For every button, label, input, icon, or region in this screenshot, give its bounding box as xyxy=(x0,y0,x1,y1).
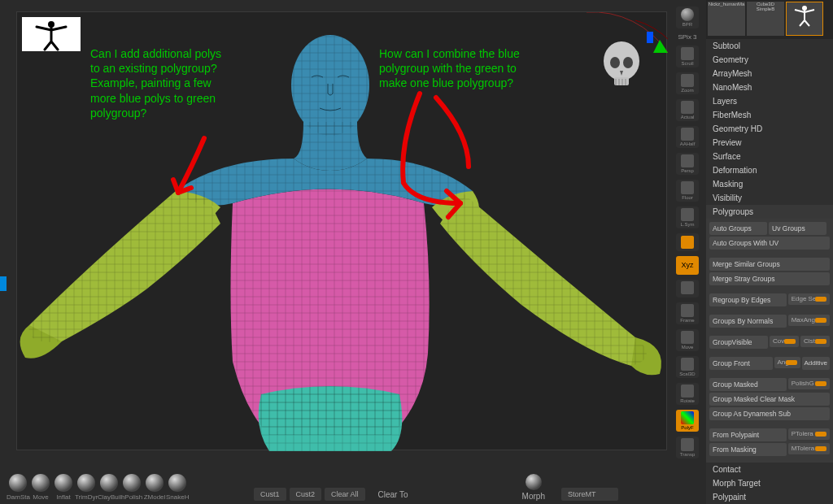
merge-similar-button[interactable]: Merge Similar Groups xyxy=(709,258,830,271)
viewport[interactable]: Can I add additional polys to an existin… xyxy=(16,11,667,450)
menu-layers[interactable]: Layers xyxy=(706,94,833,108)
menu-polygroups[interactable]: Polygroups xyxy=(706,205,833,219)
angle-slider[interactable]: Angle xyxy=(774,357,800,368)
vtool-actual[interactable]: Actual xyxy=(676,99,699,121)
nav-orientation-skull[interactable] xyxy=(593,37,650,93)
cust2-button[interactable]: Cust2 xyxy=(290,488,322,501)
morph-button[interactable]: Morph xyxy=(522,474,545,501)
menu-arraymesh[interactable]: ArrayMesh xyxy=(706,67,833,80)
vtool-move[interactable]: Move xyxy=(676,329,699,351)
thumb-1[interactable]: Nickz_humanMa xyxy=(708,2,745,36)
annotation-text-1: Can I add additional polys to an existin… xyxy=(90,46,221,120)
menu-geometryhd[interactable]: Geometry HD xyxy=(706,122,833,136)
group-masked-button[interactable]: Group Masked xyxy=(709,378,787,391)
vtool-lsym[interactable]: L.Sym xyxy=(676,206,699,228)
groups-normals-button[interactable]: Groups By Normals xyxy=(709,315,787,328)
menu-surface[interactable]: Surface xyxy=(706,150,833,163)
annotation-text-2: How can I combine the blue polygroup wit… xyxy=(379,46,520,91)
svg-point-5 xyxy=(291,35,369,136)
edge-se-slider[interactable]: Edge Se xyxy=(788,293,830,305)
clear-all-button[interactable]: Clear All xyxy=(325,488,365,501)
vtool-rotate[interactable]: Rotate xyxy=(676,383,699,405)
mtolera-slider[interactable]: MTolera xyxy=(788,443,830,454)
group-visible-button[interactable]: GroupVisible xyxy=(709,336,768,349)
merge-stray-button[interactable]: Merge Stray Groups xyxy=(709,272,830,285)
vtool-scale[interactable]: Scal3D xyxy=(676,356,699,378)
menu-preview[interactable]: Preview xyxy=(706,136,833,150)
vtool-frame[interactable]: Frame xyxy=(676,302,699,324)
menu-polypaint[interactable]: Polypaint xyxy=(706,490,833,504)
vtool-transp[interactable]: Transp xyxy=(676,437,699,458)
vtool-localsym[interactable] xyxy=(676,233,699,251)
menu-contact[interactable]: Contact xyxy=(706,463,833,476)
brush-move[interactable]: Move xyxy=(29,474,52,501)
covera-slider[interactable]: Covera xyxy=(770,336,799,347)
svg-point-7 xyxy=(610,57,620,68)
brush-trimdyn[interactable]: TrimDyr xyxy=(75,474,98,501)
brush-claybuild[interactable]: ClayBuil xyxy=(98,474,120,501)
uv-groups-button[interactable]: Uv Groups xyxy=(769,222,826,235)
ptolera-slider[interactable]: PTolera xyxy=(788,428,830,440)
menu-deformation[interactable]: Deformation xyxy=(706,163,833,177)
vtool-scroll[interactable]: Scroll xyxy=(676,46,699,67)
tool-palette: Nickz_humanMa Cube3D SimpleB Subtool Geo… xyxy=(706,0,833,504)
from-masking-button[interactable]: From Masking xyxy=(709,443,787,456)
vtool-aahalf[interactable]: AAHalf xyxy=(676,126,699,148)
left-tray-tab[interactable] xyxy=(0,276,7,291)
group-masked-clear-button[interactable]: Group Masked Clear Mask xyxy=(709,393,830,406)
vtool-polyf[interactable]: PolyF xyxy=(676,410,699,432)
menu-visibility[interactable]: Visibility xyxy=(706,191,833,205)
tool-menu: Subtool Geometry ArrayMesh NanoMesh Laye… xyxy=(706,39,833,219)
menu-geometry[interactable]: Geometry xyxy=(706,53,833,67)
vtool-center[interactable] xyxy=(676,280,699,298)
vtool-floor[interactable]: Floor xyxy=(676,180,699,202)
svg-point-8 xyxy=(623,57,633,68)
vtool-persp[interactable]: Persp xyxy=(676,153,699,175)
brush-damstandard[interactable]: DamSta xyxy=(7,474,29,501)
regroup-edges-button[interactable]: Regroup By Edges xyxy=(709,293,787,306)
polishg-slider[interactable]: PolishG xyxy=(788,378,830,389)
right-vertical-toolbar: BPR SPix 3 Scroll Zoom Actual AAHalf Per… xyxy=(674,3,701,458)
clear-to-label: Clear To xyxy=(378,490,408,499)
spix-label: SPix 3 xyxy=(678,33,696,41)
auto-groups-button[interactable]: Auto Groups xyxy=(709,222,767,235)
group-front-button[interactable]: Group Front xyxy=(709,357,773,370)
store-mt-button[interactable]: StoreMT xyxy=(561,488,619,501)
menu-subtool[interactable]: Subtool xyxy=(706,39,833,53)
thumb-3[interactable] xyxy=(786,2,823,36)
maxang-slider[interactable]: MaxAng xyxy=(788,315,830,326)
svg-rect-9 xyxy=(614,77,629,85)
subtool-thumbs: Nickz_humanMa Cube3D SimpleB xyxy=(706,0,833,39)
vtool-bpr[interactable]: BPR xyxy=(676,7,699,28)
brush-hpolish[interactable]: hPolish xyxy=(120,474,143,501)
menu-masking[interactable]: Masking xyxy=(706,177,833,191)
vtool-xyz[interactable]: Xyz xyxy=(676,256,699,274)
menu-nanomesh[interactable]: NanoMesh xyxy=(706,80,833,94)
clstr-slider[interactable]: Clstr 0. xyxy=(800,336,830,347)
brush-snakehook[interactable]: SnakeH xyxy=(166,474,189,501)
additive-button[interactable]: Additive xyxy=(802,357,830,370)
auto-groups-uv-button[interactable]: Auto Groups With UV xyxy=(709,237,830,250)
polygroups-panel: Auto Groups Uv Groups Auto Groups With U… xyxy=(706,219,833,463)
brush-inflat[interactable]: Inflat xyxy=(52,474,75,501)
cust1-button[interactable]: Cust1 xyxy=(254,488,286,501)
menu-morphtarget[interactable]: Morph Target xyxy=(706,476,833,490)
group-dynamesh-button[interactable]: Group As Dynamesh Sub xyxy=(709,407,830,420)
bottom-shelf: DamSta Move Inflat TrimDyr ClayBuil hPol… xyxy=(0,463,667,504)
thumb-2[interactable]: Cube3D SimpleB xyxy=(747,2,784,36)
brush-zmodel[interactable]: ZModel xyxy=(143,474,166,501)
vtool-zoom[interactable]: Zoom xyxy=(676,72,699,94)
from-polypaint-button[interactable]: From Polypaint xyxy=(709,428,787,441)
menu-fibermesh[interactable]: FiberMesh xyxy=(706,108,833,122)
